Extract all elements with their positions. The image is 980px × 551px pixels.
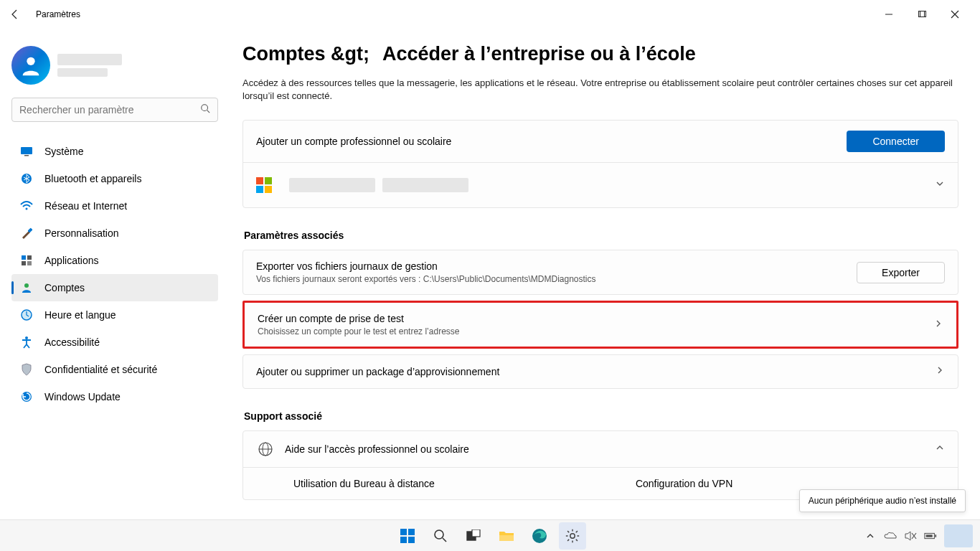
- help-link-vpn[interactable]: Configuration du VPN: [636, 478, 732, 489]
- window-title: Paramètres: [36, 9, 80, 19]
- export-sub: Vos fichiers journaux seront exportés ve…: [256, 274, 596, 284]
- sidebar-item-label: Personnalisation: [44, 227, 119, 239]
- svg-point-32: [570, 533, 575, 537]
- taskbar-search-button[interactable]: [427, 522, 454, 550]
- audio-tooltip: Aucun périphérique audio n’est installé: [799, 489, 966, 512]
- svg-point-3: [27, 57, 34, 65]
- search-input[interactable]: [19, 104, 200, 116]
- systray-expand-icon[interactable]: [864, 529, 877, 542]
- svg-point-17: [25, 336, 28, 339]
- add-account-row: Ajouter un compte professionnel ou scola…: [243, 121, 958, 162]
- add-account-label: Ajouter un compte professionnel ou scola…: [256, 136, 451, 147]
- person-icon: [20, 281, 33, 294]
- sidebar-item-accessibility[interactable]: Accessibilité: [11, 329, 218, 356]
- globe-icon: [256, 441, 275, 457]
- svg-rect-12: [27, 255, 32, 260]
- svg-rect-7: [24, 155, 29, 156]
- test-account-sub: Choisissez un compte pour le test et ent…: [258, 326, 459, 336]
- breadcrumb-parent[interactable]: Comptes &gt;: [242, 43, 369, 65]
- maximize-button[interactable]: [905, 3, 938, 26]
- sidebar: Système Bluetooth et appareils Réseau et…: [0, 29, 230, 522]
- back-button[interactable]: [9, 8, 22, 21]
- systray-audio-muted-icon[interactable]: [904, 529, 917, 542]
- create-test-account-row[interactable]: Créer un compte de prise de test Choisis…: [242, 301, 958, 349]
- systray-battery-icon[interactable]: [924, 529, 937, 542]
- svg-rect-24: [400, 537, 407, 543]
- bluetooth-icon: [20, 172, 33, 185]
- svg-point-4: [202, 105, 208, 111]
- help-title: Aide sur l’accès professionnel ou scolai…: [285, 443, 469, 455]
- sidebar-item-label: Applications: [44, 255, 99, 266]
- help-link-remote[interactable]: Utilisation du Bureau à distance: [293, 478, 435, 489]
- account-name-redacted: [289, 178, 375, 192]
- wifi-icon: [20, 199, 33, 212]
- taskview-button[interactable]: [460, 522, 487, 550]
- svg-rect-25: [408, 537, 415, 543]
- svg-point-9: [26, 208, 28, 210]
- svg-rect-6: [21, 147, 32, 154]
- system-icon: [20, 145, 33, 158]
- sidebar-item-accounts[interactable]: Comptes: [11, 274, 218, 301]
- help-row[interactable]: Aide sur l’accès professionnel ou scolai…: [243, 431, 958, 467]
- sidebar-item-update[interactable]: Windows Update: [11, 383, 218, 410]
- taskbar-clock[interactable]: [944, 524, 973, 547]
- brush-icon: [20, 227, 33, 240]
- sidebar-item-network[interactable]: Réseau et Internet: [11, 192, 218, 220]
- start-button[interactable]: [394, 522, 421, 550]
- profile-block[interactable]: [11, 46, 218, 85]
- export-title: Exporter vos fichiers journaux de gestio…: [256, 260, 596, 272]
- svg-rect-35: [926, 534, 933, 537]
- sidebar-item-label: Système: [44, 146, 83, 157]
- svg-rect-11: [22, 255, 26, 260]
- svg-rect-13: [22, 261, 26, 265]
- search-input-container[interactable]: [11, 98, 218, 122]
- page-description: Accédez à des ressources telles que la m…: [242, 77, 958, 103]
- profile-email-redacted: [57, 68, 108, 77]
- settings-taskbar-button[interactable]: [559, 522, 586, 550]
- test-account-title: Créer un compte de prise de test: [258, 313, 459, 324]
- breadcrumb: Comptes &gt; Accéder à l’entreprise ou à…: [242, 43, 958, 65]
- export-button[interactable]: Exporter: [857, 262, 945, 283]
- file-explorer-button[interactable]: [493, 522, 520, 550]
- shield-icon: [20, 363, 33, 376]
- main-content: Comptes &gt; Accéder à l’entreprise ou à…: [230, 29, 980, 522]
- sidebar-item-label: Heure et langue: [44, 309, 116, 321]
- accounts-card: Ajouter un compte professionnel ou scola…: [242, 120, 958, 208]
- window-titlebar: Paramètres: [0, 0, 980, 29]
- export-logs-row: Exporter vos fichiers journaux de gestio…: [242, 250, 958, 295]
- microsoft-logo-icon: [256, 177, 272, 193]
- sidebar-item-label: Accessibilité: [44, 336, 100, 348]
- connect-button[interactable]: Connecter: [847, 131, 945, 152]
- chevron-down-icon: [935, 179, 945, 192]
- sidebar-item-privacy[interactable]: Confidentialité et sécurité: [11, 356, 218, 383]
- existing-account-row[interactable]: [243, 162, 958, 207]
- svg-rect-22: [400, 529, 407, 535]
- provisioning-row[interactable]: Ajouter ou supprimer un package d’approv…: [242, 354, 958, 389]
- sidebar-item-label: Réseau et Internet: [44, 200, 127, 212]
- close-button[interactable]: [938, 3, 971, 26]
- sidebar-item-personalization[interactable]: Personnalisation: [11, 220, 218, 247]
- svg-rect-29: [472, 529, 480, 537]
- minimize-button[interactable]: [872, 3, 905, 26]
- support-header: Support associé: [244, 410, 958, 422]
- sidebar-item-time[interactable]: Heure et langue: [11, 301, 218, 329]
- account-detail-redacted: [382, 178, 468, 192]
- apps-icon: [20, 254, 33, 267]
- provisioning-title: Ajouter ou supprimer un package d’approv…: [256, 366, 499, 377]
- svg-rect-34: [935, 534, 936, 537]
- systray-onedrive-icon[interactable]: [884, 529, 897, 542]
- svg-rect-1: [919, 11, 925, 17]
- sidebar-item-bluetooth[interactable]: Bluetooth et appareils: [11, 165, 218, 192]
- sidebar-item-apps[interactable]: Applications: [11, 247, 218, 274]
- sidebar-item-label: Windows Update: [44, 391, 121, 402]
- search-icon: [200, 103, 210, 116]
- accessibility-icon: [20, 336, 33, 349]
- svg-rect-30: [499, 535, 514, 541]
- related-settings-header: Paramètres associés: [244, 230, 958, 241]
- edge-button[interactable]: [526, 522, 553, 550]
- update-icon: [20, 390, 33, 403]
- chevron-up-icon: [935, 443, 945, 456]
- sidebar-item-system[interactable]: Système: [11, 138, 218, 165]
- svg-point-26: [435, 530, 443, 539]
- chevron-right-icon: [933, 319, 943, 331]
